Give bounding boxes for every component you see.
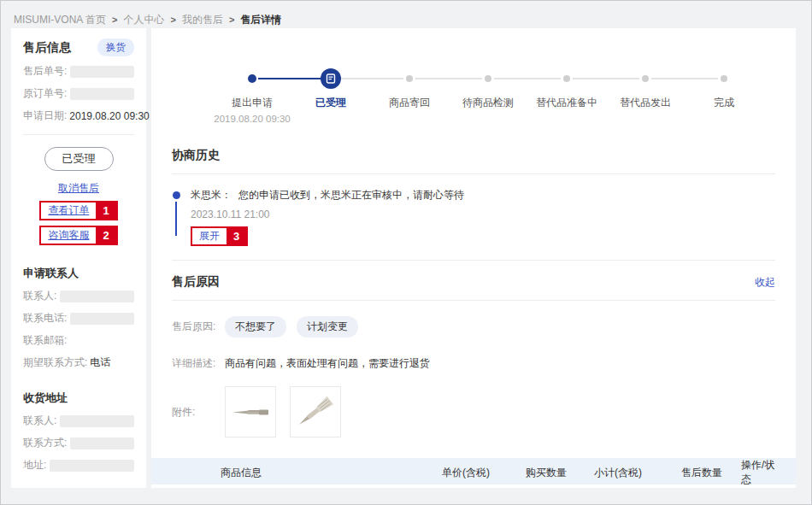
address-name-row: 联系人: bbox=[23, 414, 134, 428]
step-submitted: 提出申请 2019.08.20 09:30 bbox=[213, 68, 291, 124]
step-dot-pending bbox=[406, 75, 413, 82]
breadcrumb: MISUMI-VONA 首页 > 个人中心 > 我的售后 > 售后详情 bbox=[1, 1, 811, 28]
step-dot-pending bbox=[563, 75, 570, 82]
step-replacement-shipped: 替代品发出 bbox=[606, 68, 685, 124]
col-subtotal: 小计(含税) bbox=[594, 466, 674, 480]
attachments-row: 附件: bbox=[172, 386, 775, 437]
step-awaiting-inspection: 待商品检测 bbox=[449, 68, 527, 124]
description-text: 商品有问题，表面处理有问题，需要进行退货 bbox=[225, 353, 430, 371]
step-return-goods: 商品寄回 bbox=[370, 68, 449, 124]
breadcrumb-my-aftersales[interactable]: 我的售后 bbox=[182, 13, 223, 27]
applicant-contact-title: 申请联系人 bbox=[23, 266, 134, 281]
divider bbox=[23, 134, 134, 135]
description-row: 详细描述: 商品有问题，表面处理有问题，需要进行退货 bbox=[172, 353, 775, 371]
breadcrumb-separator: > bbox=[112, 15, 117, 25]
redacted-value bbox=[60, 415, 134, 427]
col-aftersales-quantity: 售后数量 bbox=[674, 466, 741, 480]
apply-date-row: 申请日期: 2019.08.20 09:30 bbox=[23, 109, 134, 123]
annotation-number-1: 1 bbox=[96, 203, 115, 219]
applicant-email-row: 联系邮箱: bbox=[23, 333, 134, 348]
preferred-contact-value: 电话 bbox=[90, 355, 110, 370]
aftersales-info-sidebar: 售后信息 换货 售后单号: 原订单号: 申请日期: 2019.08.20 09:… bbox=[11, 28, 146, 488]
product-table-header: 商品信息 单价(含税) 购买数量 小计(含税) 售后数量 操作/状态 bbox=[151, 458, 796, 484]
progress-stepper: 提出申请 2019.08.20 09:30 已受理 商品寄回 待商品检测 bbox=[151, 28, 796, 124]
timeline-marker bbox=[172, 188, 180, 246]
attachment-thumbnail-2[interactable] bbox=[290, 386, 341, 437]
aftersales-number-row: 售后单号: bbox=[23, 64, 134, 79]
history-title: 协商历史 bbox=[172, 148, 220, 163]
breadcrumb-separator: > bbox=[229, 15, 234, 25]
applicant-phone-row: 联系电话: bbox=[23, 311, 134, 326]
redacted-value bbox=[70, 313, 134, 325]
address-row: 地址: bbox=[23, 458, 134, 473]
collapse-section-link[interactable]: 收起 bbox=[755, 275, 775, 290]
applicant-name-row: 联系人: bbox=[23, 289, 134, 303]
reason-tags-row: 售后原因: 不想要了 计划变更 bbox=[172, 316, 775, 338]
redacted-value bbox=[70, 437, 134, 449]
redacted-value bbox=[60, 291, 134, 302]
redacted-value bbox=[70, 88, 134, 100]
original-order-number-row: 原订单号: bbox=[23, 86, 134, 101]
annotation-box-2: 咨询客服 2 bbox=[39, 226, 117, 245]
annotation-box-1: 查看订单 1 bbox=[39, 201, 117, 220]
exchange-type-badge: 换货 bbox=[97, 38, 134, 56]
reason-title: 售后原因 bbox=[172, 274, 220, 290]
breadcrumb-personal-center[interactable]: 个人中心 bbox=[123, 13, 164, 27]
history-entry: 米思米：您的申请已收到，米思米正在审核中，请耐心等待 2023.10.11 21… bbox=[172, 174, 775, 261]
reason-tag: 不想要了 bbox=[225, 316, 286, 338]
apply-date-value: 2019.08.20 09:30 bbox=[69, 110, 149, 122]
breadcrumb-home[interactable]: MISUMI-VONA 首页 bbox=[14, 13, 106, 27]
sidebar-title: 售后信息 bbox=[23, 40, 71, 56]
view-order-link[interactable]: 查看订单 bbox=[41, 203, 96, 219]
message-text: 您的申请已收到，米思米正在审核中，请耐心等待 bbox=[238, 189, 464, 201]
attachment-thumbnail-1[interactable] bbox=[225, 386, 276, 437]
aftersales-detail-panel: 提出申请 2019.08.20 09:30 已受理 商品寄回 待商品检测 bbox=[151, 28, 796, 488]
step-dot-pending bbox=[721, 75, 727, 82]
negotiation-history-section: 协商历史 米思米：您的申请已收到，米思米正在审核中，请耐心等待 2023.10.… bbox=[172, 134, 775, 261]
redacted-value bbox=[50, 460, 134, 472]
preferred-contact-row: 期望联系方式: 电话 bbox=[23, 355, 134, 370]
message-time: 2023.10.11 21:00 bbox=[191, 208, 464, 220]
step-replacement-preparing: 替代品准备中 bbox=[527, 68, 606, 124]
status-accepted-pill: 已受理 bbox=[44, 147, 114, 171]
redacted-value bbox=[70, 66, 134, 78]
address-contact-row: 联系方式: bbox=[23, 436, 134, 450]
step-date: 2019.08.20 09:30 bbox=[214, 114, 291, 124]
col-product-info: 商品信息 bbox=[162, 466, 442, 480]
col-unit-price: 单价(含税) bbox=[442, 466, 526, 480]
step-dot-done bbox=[248, 74, 256, 83]
annotation-box-3: 展开 3 bbox=[191, 226, 248, 246]
step-accepted: 已受理 bbox=[291, 68, 370, 124]
timeline-dot bbox=[173, 191, 180, 199]
annotation-number-2: 2 bbox=[96, 227, 115, 244]
step-completed: 完成 bbox=[685, 68, 763, 124]
breadcrumb-separator: > bbox=[170, 15, 175, 25]
col-quantity: 购买数量 bbox=[526, 466, 594, 480]
breadcrumb-aftersales-detail: 售后详情 bbox=[240, 13, 281, 27]
tool-photo-2 bbox=[293, 390, 338, 434]
contact-service-link[interactable]: 咨询客服 bbox=[41, 227, 96, 244]
shipping-address-title: 收货地址 bbox=[23, 390, 134, 406]
cancel-aftersales-link[interactable]: 取消售后 bbox=[58, 181, 99, 196]
step-dot-pending bbox=[642, 75, 649, 82]
tool-photo-1 bbox=[228, 390, 273, 434]
col-action-status: 操作/状态 bbox=[741, 458, 785, 487]
aftersales-reason-section: 售后原因 收起 售后原因: 不想要了 计划变更 详细描述: 商品有问题，表面处理… bbox=[172, 261, 775, 437]
message-sender: 米思米： bbox=[191, 189, 232, 201]
expand-history-link[interactable]: 展开 bbox=[192, 228, 227, 244]
annotation-number-3: 3 bbox=[227, 228, 246, 244]
step-dot-pending bbox=[485, 75, 491, 82]
reason-tag: 计划变更 bbox=[297, 316, 358, 338]
accepted-step-icon bbox=[321, 68, 341, 89]
timeline-line bbox=[175, 202, 177, 236]
